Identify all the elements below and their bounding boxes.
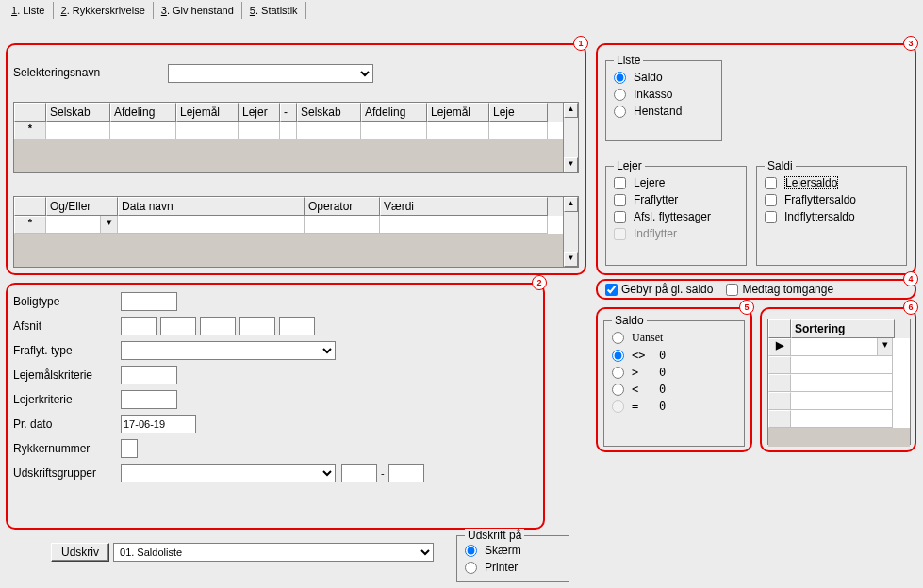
callout-badge-3: 3 — [903, 36, 918, 51]
eq-label: = 0 — [632, 400, 666, 413]
fraflyttersaldo-check[interactable] — [765, 194, 777, 206]
gebyr-check[interactable] — [605, 284, 618, 296]
afsnit-input-2[interactable] — [160, 317, 196, 335]
col-lejemaal[interactable]: Lejemål — [176, 103, 239, 122]
lt-label: < 0 — [632, 383, 666, 396]
udskrift-paa-legend: Udskrift på — [465, 529, 524, 542]
lejerkriterie-label: Lejerkriterie — [8, 393, 121, 406]
gt-label: > 0 — [632, 366, 666, 379]
callout-badge-5: 5 — [739, 300, 754, 315]
prdato-input[interactable] — [121, 415, 196, 433]
tab-liste[interactable]: 1. Liste — [4, 2, 54, 19]
udskrift-paa-group: Udskrift på Skærm Printer — [456, 535, 569, 582]
flags-row: 4 Gebyr på gl. saldo Medtag tomgange — [596, 279, 916, 300]
saldo-label: Saldo — [634, 71, 663, 84]
boligtype-input[interactable] — [121, 292, 177, 311]
grid1-scrollbar[interactable]: ▲ ▼ — [563, 103, 578, 172]
prdato-label: Pr. dato — [8, 417, 121, 431]
afsnit-input-3[interactable] — [200, 317, 236, 335]
afsl-check[interactable] — [614, 211, 626, 223]
selection-panel: 1 Selekteringsnavn Selskab Afdeling Leje… — [6, 43, 586, 275]
col-lejer[interactable]: Lejer — [239, 103, 280, 122]
col-lejer2[interactable]: Leje — [489, 103, 548, 122]
uanset-radio[interactable] — [612, 332, 624, 344]
col-vaerdi[interactable]: Værdi — [380, 197, 548, 216]
selection-grid-1[interactable]: Selskab Afdeling Lejemål Lejer - Selskab… — [13, 102, 579, 173]
inkasso-label: Inkasso — [634, 88, 672, 101]
udskriftsgrupper-to[interactable] — [388, 464, 424, 482]
fraflyttype-label: Fraflyt. type — [8, 344, 121, 357]
lejersaldo-check[interactable] — [765, 177, 777, 189]
eq-radio — [612, 400, 624, 413]
scroll-up-icon[interactable]: ▲ — [564, 197, 578, 212]
criteria-panel: 2 Boligtype Afsnit Fraflyt. type Lejemål… — [6, 283, 545, 530]
col-operator[interactable]: Operator — [305, 197, 380, 216]
lejerkriterie-input[interactable] — [121, 390, 177, 409]
indflytter-check — [614, 228, 626, 240]
col-lejemaal2[interactable]: Lejemål — [427, 103, 489, 122]
lejemaalskriterie-input[interactable] — [121, 366, 177, 384]
scroll-up-icon[interactable]: ▲ — [564, 103, 578, 118]
boligtype-label: Boligtype — [8, 295, 121, 308]
lejersaldo-label: Lejersaldo — [784, 176, 838, 189]
henstand-radio[interactable] — [614, 106, 626, 118]
dropdown-icon[interactable]: ▾ — [878, 338, 893, 356]
udskriftsgrupper-from[interactable] — [341, 464, 377, 482]
callout-badge-2: 2 — [532, 275, 547, 290]
liste-legend: Liste — [614, 54, 643, 67]
fraflytter-label: Fraflytter — [634, 193, 678, 206]
sortering-grid[interactable]: Sortering ▶▾ — [767, 318, 911, 445]
saldo-group: Saldo Uanset <> 0 > 0 < 0 = 0 — [603, 320, 745, 447]
callout-badge-6: 6 — [903, 300, 918, 315]
gt-radio[interactable] — [612, 367, 624, 379]
col-ogeller[interactable]: Og/Eller — [46, 197, 118, 216]
tab-rykker[interactable]: 2. Rykkerskrivelse — [54, 2, 154, 19]
inkasso-radio[interactable] — [614, 89, 626, 101]
selection-grid-2[interactable]: Og/Eller Data navn Operator Værdi * ▾ ▲ … — [13, 196, 579, 268]
udskriv-select[interactable]: 01. Saldoliste — [113, 543, 434, 562]
col-dash[interactable]: - — [280, 103, 297, 122]
tab-bar: 1. Liste 2. Rykkerskrivelse 3. Giv henst… — [0, 0, 923, 19]
afsnit-input-1[interactable] — [121, 317, 157, 335]
lejere-check[interactable] — [614, 177, 626, 189]
tab-statistik[interactable]: 5. Statistik — [242, 2, 306, 19]
fraflyttype-select[interactable] — [121, 341, 336, 360]
col-selskab2[interactable]: Selskab — [297, 103, 361, 122]
indflyttersaldo-label: Indflyttersaldo — [784, 210, 855, 223]
henstand-label: Henstand — [634, 105, 682, 118]
grid2-scrollbar[interactable]: ▲ ▼ — [563, 197, 578, 267]
scroll-down-icon[interactable]: ▼ — [564, 157, 578, 172]
scroll-down-icon[interactable]: ▼ — [564, 252, 578, 267]
saldi-legend: Saldi — [765, 159, 796, 172]
udskriftsgrupper-select[interactable] — [121, 464, 336, 482]
indflyttersaldo-check[interactable] — [765, 211, 777, 223]
saldo-legend: Saldo — [612, 314, 647, 327]
col-selskab[interactable]: Selskab — [46, 103, 110, 122]
selekteringsnavn-label: Selekteringsnavn — [13, 66, 100, 79]
col-afdeling[interactable]: Afdeling — [110, 103, 176, 122]
indflytter-label: Indflytter — [634, 227, 677, 240]
neq-radio[interactable] — [612, 350, 624, 362]
lejere-label: Lejere — [634, 176, 665, 189]
neq-label: <> 0 — [632, 349, 666, 362]
skaerm-radio[interactable] — [465, 545, 477, 557]
afsnit-input-4[interactable] — [239, 317, 275, 335]
rykkernummer-input[interactable] — [121, 439, 138, 458]
dropdown-icon[interactable]: ▾ — [101, 216, 118, 234]
tab-henstand[interactable]: 3. Giv henstand — [154, 2, 242, 19]
saldo-radio[interactable] — [614, 72, 626, 84]
callout-badge-1: 1 — [573, 36, 588, 51]
medtag-label: Medtag tomgange — [742, 283, 833, 296]
medtag-check[interactable] — [726, 284, 738, 296]
row-indicator: * — [14, 122, 46, 139]
col-datanavn[interactable]: Data navn — [118, 197, 305, 216]
col-afdeling2[interactable]: Afdeling — [361, 103, 427, 122]
selekteringsnavn-select[interactable] — [168, 64, 373, 83]
lt-radio[interactable] — [612, 384, 624, 396]
udskriv-button[interactable]: Udskriv — [51, 543, 109, 562]
printer-radio[interactable] — [465, 562, 477, 574]
col-sortering[interactable]: Sortering — [791, 319, 895, 338]
afsnit-input-5[interactable] — [279, 317, 315, 335]
fraflytter-check[interactable] — [614, 194, 626, 206]
uanset-label: Uanset — [632, 331, 663, 345]
